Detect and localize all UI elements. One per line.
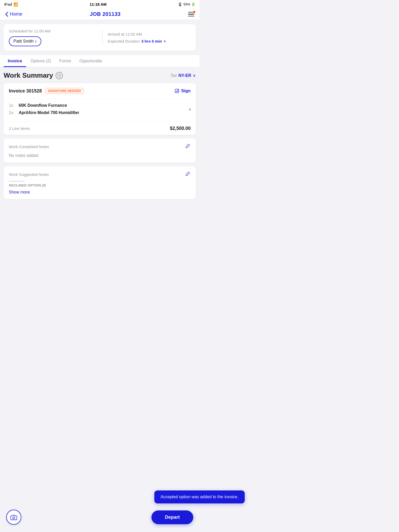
work-completed-header: Work Completed Notes xyxy=(9,143,191,150)
hamburger-line-2 xyxy=(188,14,194,15)
invoice-items: 1x 60K Downflow Furnance 1x AprilAire Mo… xyxy=(4,99,196,122)
work-completed-notes-card: Work Completed Notes No notes added. xyxy=(4,138,196,163)
back-label: Home xyxy=(10,11,22,17)
technician-name: Patti Smith xyxy=(14,39,34,44)
scheduled-time: Scheduled for 11:00 AM xyxy=(9,29,92,33)
item-1-qty: 1x xyxy=(9,103,15,108)
invoice-header: Invoice 301528 SIGNATURE NEEDED Sign xyxy=(4,83,196,99)
arrived-time: Arrived at 11:02 AM xyxy=(108,32,191,36)
device-label: iPad xyxy=(4,2,12,6)
status-left: iPad xyxy=(4,2,18,6)
notification-dot xyxy=(193,11,195,13)
bluetooth-icon xyxy=(178,2,182,6)
back-button[interactable]: Home xyxy=(5,11,22,17)
item-2-name: AprilAire Model 700 Humidifier xyxy=(19,110,79,115)
work-summary-title: Work Summary xyxy=(4,71,63,79)
item-1-name: 60K Downflow Furnance xyxy=(19,103,67,108)
battery-indicator: 55% 🔋 xyxy=(183,2,195,6)
clock-icon[interactable] xyxy=(56,72,63,79)
schedule-divider xyxy=(102,30,103,45)
invoice-number: Invoice 301528 xyxy=(9,88,42,94)
menu-button[interactable] xyxy=(188,12,194,17)
declined-option-label: DECLINED OPTION (R xyxy=(9,183,191,187)
edit-completed-notes-icon[interactable] xyxy=(185,143,191,150)
tax-chevron-icon: ∨ xyxy=(193,73,196,78)
page-title: JOB 201133 xyxy=(90,11,121,17)
main-content: Work Summary Tax NY-ER ∨ Invoice 301528 … xyxy=(0,67,200,207)
tax-label: Tax xyxy=(170,73,177,78)
technician-button[interactable]: Patti Smith › xyxy=(9,36,41,46)
invoice-footer: 2 Line items $2,500.00 xyxy=(4,122,196,135)
duration-row: Expected Duration 3 hrs 0 min ∨ xyxy=(108,39,191,43)
back-arrow-icon xyxy=(5,12,8,17)
duration-label: Expected Duration xyxy=(108,39,140,43)
schedule-left: Scheduled for 11:00 AM Patti Smith › xyxy=(9,29,97,46)
tab-invoice[interactable]: Invoice xyxy=(4,55,26,67)
status-time: 11:18 AM xyxy=(90,2,107,6)
hamburger-line-3 xyxy=(188,16,194,17)
tab-forms[interactable]: Forms xyxy=(55,55,75,67)
tax-value: NY-ER xyxy=(178,73,191,78)
invoice-item-2: 1x AprilAire Model 700 Humidifier xyxy=(9,110,191,115)
signature-needed-badge: SIGNATURE NEEDED xyxy=(45,88,84,94)
nav-bar: Home JOB 201133 xyxy=(0,9,200,20)
invoice-items-row: 1x 60K Downflow Furnance 1x AprilAire Mo… xyxy=(9,103,191,115)
items-expand-icon[interactable]: › xyxy=(189,107,191,112)
work-suggested-label: Work Suggested Notes xyxy=(9,172,49,177)
work-completed-label: Work Completed Notes xyxy=(9,144,49,149)
tab-opportunities[interactable]: Opportunitie xyxy=(75,55,106,67)
edit-suggested-notes-icon[interactable] xyxy=(185,171,191,178)
duration-value: 3 hrs 0 min xyxy=(141,39,162,43)
work-suggested-notes-card: Work Suggested Notes DECLINED OPTION (R … xyxy=(4,166,196,199)
sign-button[interactable]: Sign xyxy=(174,88,191,94)
duration-chevron-icon[interactable]: ∨ xyxy=(163,39,166,43)
invoice-item-1: 1x 60K Downflow Furnance xyxy=(9,103,191,108)
invoice-total: $2,500.00 xyxy=(170,126,191,131)
work-completed-content: No notes added. xyxy=(9,153,191,158)
sign-icon xyxy=(174,88,179,94)
work-summary-header: Work Summary Tax NY-ER ∨ xyxy=(4,71,196,79)
show-more-link[interactable]: Show more xyxy=(9,190,191,195)
suggested-notes-divider xyxy=(9,181,24,181)
work-suggested-header: Work Suggested Notes xyxy=(9,171,191,178)
invoice-title-row: Invoice 301528 SIGNATURE NEEDED xyxy=(9,88,84,94)
wifi-icon xyxy=(14,2,18,6)
status-right: 55% 🔋 xyxy=(178,2,195,6)
tabs-container: Invoice Options (2) Forms Opportunitie xyxy=(0,55,200,67)
item-2-qty: 1x xyxy=(9,110,15,115)
line-items-count: 2 Line items xyxy=(9,126,30,131)
tab-options[interactable]: Options (2) xyxy=(26,55,55,67)
invoice-card: Invoice 301528 SIGNATURE NEEDED Sign 1x … xyxy=(4,83,196,135)
status-bar: iPad 11:18 AM 55% 🔋 xyxy=(0,0,200,9)
schedule-card: Scheduled for 11:00 AM Patti Smith › Arr… xyxy=(4,24,196,51)
tax-selector[interactable]: Tax NY-ER ∨ xyxy=(170,73,196,78)
tech-arrow-icon: › xyxy=(35,39,36,44)
schedule-right: Arrived at 11:02 AM Expected Duration 3 … xyxy=(108,32,191,43)
